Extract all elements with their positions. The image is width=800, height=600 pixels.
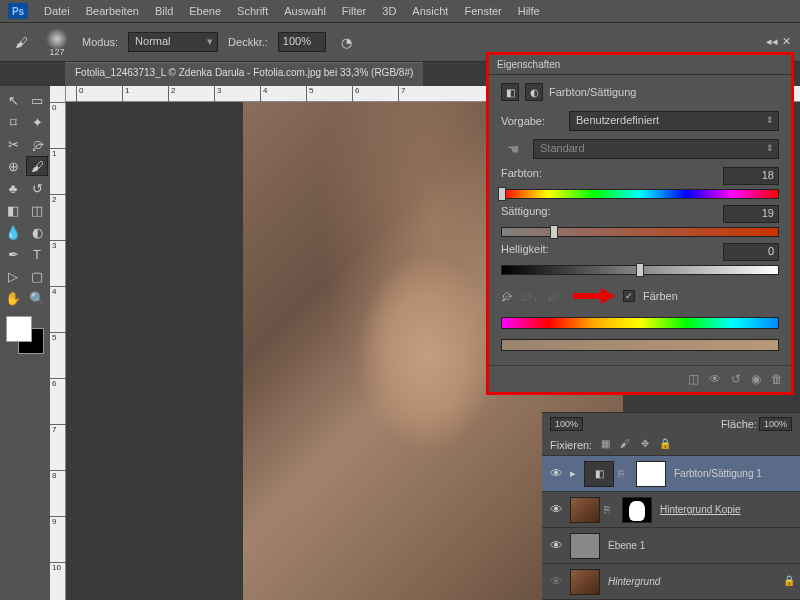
hue-slider-thumb[interactable] [498, 187, 506, 201]
properties-panel: ◂◂ ✕ Eigenschaften ◧ ◐ Farbton/Sättigung… [486, 52, 794, 395]
colorize-checkbox[interactable]: ✓ [623, 290, 635, 302]
saturation-slider-thumb[interactable] [550, 225, 558, 239]
layer-mask-thumbnail[interactable] [636, 461, 666, 487]
delete-adjustment-icon[interactable]: 🗑 [771, 372, 783, 386]
brush-tool-icon[interactable]: 🖌 [26, 156, 48, 176]
menu-datei[interactable]: Datei [44, 5, 70, 17]
clip-to-layer-icon[interactable]: ◫ [688, 372, 699, 386]
layer-name[interactable]: Hintergrund Kopie [656, 504, 796, 515]
panel-close-icon[interactable]: ✕ [782, 35, 791, 48]
hue-input[interactable]: 18 [723, 167, 779, 185]
colorize-label: Färben [643, 290, 678, 302]
menu-fenster[interactable]: Fenster [464, 5, 501, 17]
link-mask-icon[interactable]: ⎘ [618, 468, 632, 479]
fill-value[interactable]: 100% [759, 417, 792, 431]
lightness-label: Helligkeit: [501, 243, 549, 261]
panel-collapse-icon[interactable]: ◂◂ [766, 35, 778, 48]
layer-mask-thumbnail[interactable] [622, 497, 652, 523]
color-swatches[interactable] [6, 316, 48, 360]
layer-name[interactable]: Ebene 1 [604, 540, 796, 551]
zoom-tool-icon[interactable]: 🔍 [26, 288, 48, 308]
menu-bar: Ps Datei Bearbeiten Bild Ebene Schrift A… [0, 0, 800, 22]
opacity-label: Deckkr.: [228, 36, 268, 48]
pen-tool-icon[interactable]: ✒ [2, 244, 24, 264]
layer-row[interactable]: 👁 Ebene 1 [542, 528, 800, 564]
visibility-toggle-icon[interactable]: 👁 [546, 502, 566, 517]
saturation-input[interactable]: 19 [723, 205, 779, 223]
gradient-tool-icon[interactable]: ◫ [26, 200, 48, 220]
view-previous-icon[interactable]: 👁 [709, 372, 721, 386]
eyedropper-sub-icon: ⌮₋ [547, 289, 565, 303]
lightness-slider[interactable] [501, 265, 779, 275]
opacity-input[interactable]: 100% [278, 32, 326, 52]
lightness-input[interactable]: 0 [723, 243, 779, 261]
wand-tool-icon[interactable]: ✦ [26, 112, 48, 132]
type-tool-icon[interactable]: T [26, 244, 48, 264]
eyedropper-tool-icon[interactable]: ⌮ [26, 134, 48, 154]
menu-hilfe[interactable]: Hilfe [518, 5, 540, 17]
preset-select[interactable]: Benutzerdefiniert [569, 111, 779, 131]
menu-ansicht[interactable]: Ansicht [412, 5, 448, 17]
hand-tool-icon[interactable]: ✋ [2, 288, 24, 308]
expand-icon[interactable]: ▸ [570, 467, 580, 480]
dodge-tool-icon[interactable]: ◐ [26, 222, 48, 242]
layer-row[interactable]: 👁 ⎘ Hintergrund Kopie [542, 492, 800, 528]
brush-tool-icon[interactable]: 🖌 [10, 32, 32, 52]
move-tool-icon[interactable]: ↖ [2, 90, 24, 110]
layer-row[interactable]: 👁 Hintergrund 🔒 [542, 564, 800, 600]
mask-icon[interactable]: ◐ [525, 83, 543, 101]
history-brush-icon[interactable]: ↺ [26, 178, 48, 198]
targeted-adjustment-icon[interactable]: ☚ [501, 139, 525, 159]
brush-preset-picker[interactable]: 127 [42, 27, 72, 57]
toggle-visibility-icon[interactable]: ◉ [751, 372, 761, 386]
visibility-toggle-icon[interactable]: 👁 [546, 538, 566, 553]
layer-thumbnail[interactable] [570, 533, 600, 559]
menu-ebene[interactable]: Ebene [189, 5, 221, 17]
pressure-opacity-icon[interactable]: ◔ [336, 32, 358, 52]
shape-tool-icon[interactable]: ▢ [26, 266, 48, 286]
lock-all-icon[interactable]: 🔒 [658, 438, 672, 452]
menu-bearbeiten[interactable]: Bearbeiten [86, 5, 139, 17]
fg-color-swatch[interactable] [6, 316, 32, 342]
marquee-tool-icon[interactable]: ▭ [26, 90, 48, 110]
hue-slider[interactable] [501, 189, 779, 199]
menu-filter[interactable]: Filter [342, 5, 366, 17]
menu-3d[interactable]: 3D [382, 5, 396, 17]
lasso-tool-icon[interactable]: ⌑ [2, 112, 24, 132]
lock-position-icon[interactable]: ✥ [638, 438, 652, 452]
panel-controls: ◂◂ ✕ [766, 35, 791, 48]
visibility-toggle-icon[interactable]: 👁 [546, 574, 566, 589]
blur-tool-icon[interactable]: 💧 [2, 222, 24, 242]
lightness-slider-thumb[interactable] [636, 263, 644, 277]
layer-opacity-value[interactable]: 100% [550, 417, 583, 431]
adjustment-title: Farbton/Sättigung [549, 86, 636, 98]
reset-icon[interactable]: ↺ [731, 372, 741, 386]
lock-transparency-icon[interactable]: ▦ [598, 438, 612, 452]
stamp-tool-icon[interactable]: ♣ [2, 178, 24, 198]
annotation-arrow-icon [573, 289, 615, 303]
link-mask-icon[interactable]: ⎘ [604, 504, 618, 515]
adjustment-icon: ◧ [501, 83, 519, 101]
healing-tool-icon[interactable]: ⊕ [2, 156, 24, 176]
saturation-slider[interactable] [501, 227, 779, 237]
menu-auswahl[interactable]: Auswahl [284, 5, 326, 17]
menu-schrift[interactable]: Schrift [237, 5, 268, 17]
document-tab[interactable]: Fotolia_12463713_L © Zdenka Darula - Fot… [65, 62, 423, 86]
layer-name[interactable]: Farbton/Sättigung 1 [670, 468, 796, 479]
crop-tool-icon[interactable]: ✂ [2, 134, 24, 154]
layer-thumbnail[interactable]: ◧ [584, 461, 614, 487]
eraser-tool-icon[interactable]: ◧ [2, 200, 24, 220]
path-select-icon[interactable]: ▷ [2, 266, 24, 286]
blend-mode-select[interactable]: Normal [128, 32, 218, 52]
layer-row[interactable]: 👁 ▸ ◧ ⎘ Farbton/Sättigung 1 [542, 456, 800, 492]
color-range-select[interactable]: Standard [533, 139, 779, 159]
layer-thumbnail[interactable] [570, 569, 600, 595]
properties-tab[interactable]: Eigenschaften [489, 55, 791, 75]
menu-bild[interactable]: Bild [155, 5, 173, 17]
layer-thumbnail[interactable] [570, 497, 600, 523]
visibility-toggle-icon[interactable]: 👁 [546, 466, 566, 481]
layers-panel: 100% Fläche:100% Fixieren: ▦ 🖌 ✥ 🔒 👁 ▸ ◧… [542, 412, 800, 600]
layer-name[interactable]: Hintergrund [604, 576, 778, 587]
lock-pixels-icon[interactable]: 🖌 [618, 438, 632, 452]
eyedropper-icon[interactable]: ⌮ [501, 289, 513, 303]
